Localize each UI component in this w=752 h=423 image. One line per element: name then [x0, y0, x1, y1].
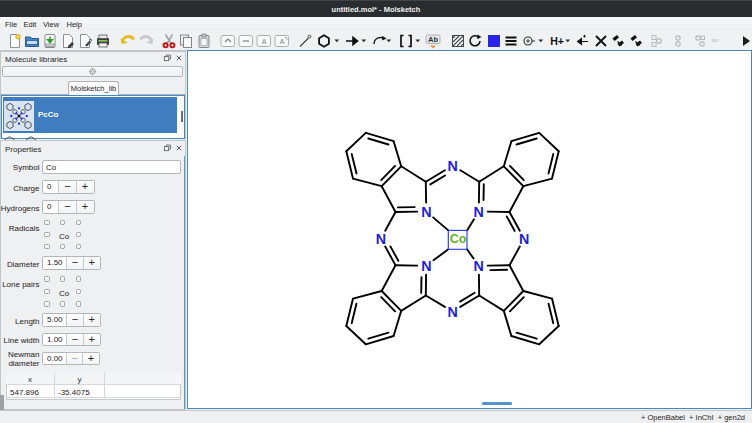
svg-text:A: A [279, 38, 284, 45]
svg-text:Ab: Ab [428, 35, 438, 44]
svg-text:A: A [261, 38, 266, 45]
svg-text:N: N [474, 204, 484, 220]
svg-text:N: N [447, 304, 457, 320]
svg-text:Co: Co [450, 232, 467, 246]
svg-text:N: N [421, 204, 431, 220]
svg-text:N: N [421, 258, 431, 274]
svg-text:N: N [376, 231, 386, 247]
svg-text:H+: H+ [550, 34, 564, 46]
svg-text:N: N [474, 258, 484, 274]
svg-text:N: N [447, 158, 457, 174]
svg-text:ᵒᵒ: ᵒᵒ [711, 36, 717, 46]
svg-text:N: N [519, 231, 529, 247]
